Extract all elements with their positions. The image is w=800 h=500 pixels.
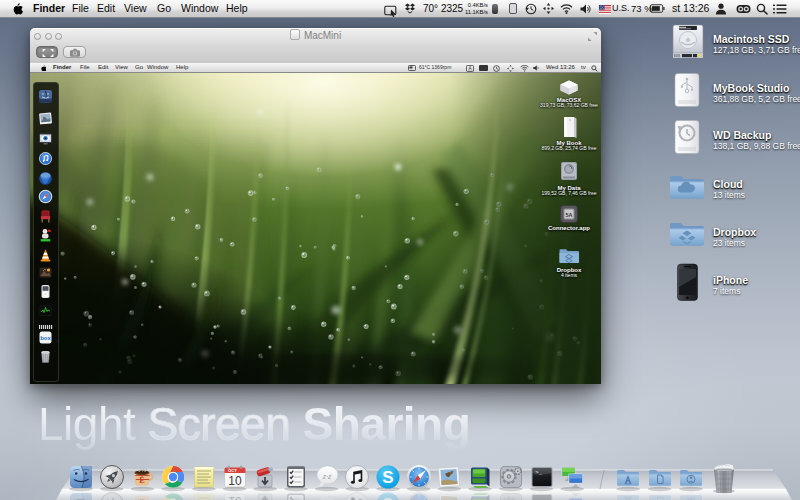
svg-text:>_: >_ (535, 469, 543, 476)
svg-text:z·z: z·z (321, 473, 331, 480)
svg-text:S: S (382, 494, 393, 500)
svg-text:É: É (140, 475, 145, 485)
svg-text:box: box (40, 335, 51, 341)
svg-text:A: A (468, 66, 471, 71)
svg-text:10: 10 (228, 494, 242, 500)
svg-text:É: É (140, 497, 145, 500)
svg-text:S: S (382, 468, 393, 487)
svg-text:5A: 5A (565, 212, 572, 218)
svg-text:10: 10 (228, 474, 242, 488)
